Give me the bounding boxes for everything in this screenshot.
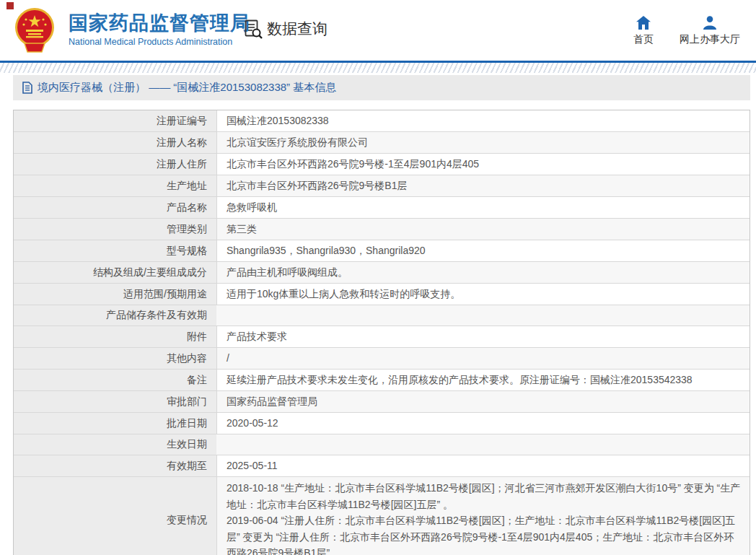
row-value — [216, 434, 750, 455]
row-value: 2018-10-18 “生产地址：北京市丰台区科学城11B2号楼[园区]；河北省… — [216, 477, 750, 555]
table-row: 变更情况2018-10-18 “生产地址：北京市丰台区科学城11B2号楼[园区]… — [14, 477, 750, 555]
row-value: 北京市丰台区外环西路26号院9号楼-1至4层901内4层405 — [216, 154, 750, 175]
row-label: 产品储存条件及有效期 — [14, 305, 216, 325]
breadcrumb: 境内医疗器械（注册） —— “国械注准20153082338” 基本信息 — [13, 75, 750, 100]
row-label: 注册人住所 — [14, 154, 216, 175]
row-label: 审批部门 — [14, 391, 216, 412]
row-value: 2025-05-11 — [216, 455, 750, 476]
row-label: 型号规格 — [14, 240, 216, 261]
table-row: 产品储存条件及有效期 — [14, 305, 750, 326]
table-row: 型号规格Shangrila935，Shangrila930，Shangrila9… — [14, 240, 750, 262]
row-label: 结构及组成/主要组成成分 — [14, 262, 216, 283]
row-value: 产品技术要求 — [216, 326, 750, 347]
row-label: 生产地址 — [14, 175, 216, 196]
national-emblem-logo — [12, 6, 58, 54]
table-row: 批准日期2020-05-12 — [14, 413, 750, 434]
table-row: 适用范围/预期用途适用于10kg体重以上病人急救和转运时的呼吸支持。 — [14, 284, 750, 305]
table-row: 生产地址北京市丰台区外环西路26号院9号楼B1层 — [14, 175, 750, 197]
breadcrumb-text: 境内医疗器械（注册） —— “国械注准20153082338” 基本信息 — [38, 81, 336, 95]
row-label: 其他内容 — [14, 348, 216, 369]
nav-home[interactable]: 首页 — [633, 16, 654, 46]
nav-service-hall[interactable]: 网上办事大厅 — [680, 16, 740, 46]
row-label: 注册证编号 — [14, 110, 216, 131]
table-row: 注册人名称北京谊安医疗系统股份有限公司 — [14, 132, 750, 154]
site-title-block: 国家药品监督管理局 National Medical Products Admi… — [69, 12, 250, 47]
nav-home-label: 首页 — [633, 33, 654, 46]
row-value: 第三类 — [216, 219, 750, 240]
table-row: 注册人住所北京市丰台区外环西路26号院9号楼-1至4层901内4层405 — [14, 154, 750, 175]
row-label: 备注 — [14, 370, 216, 390]
row-label: 生效日期 — [14, 434, 216, 455]
row-value: 国械注准20153082338 — [216, 110, 750, 131]
row-value: 北京谊安医疗系统股份有限公司 — [216, 132, 750, 153]
home-icon — [636, 16, 651, 30]
row-label: 管理类别 — [14, 219, 216, 240]
table-row: 审批部门国家药品监督管理局 — [14, 391, 750, 413]
row-label: 适用范围/预期用途 — [14, 284, 216, 305]
change-record: 2018-10-18 “生产地址：北京市丰台区科学城11B2号楼[园区]；河北省… — [227, 480, 742, 512]
main-content: 境内医疗器械（注册） —— “国械注准20153082338” 基本信息 注册证… — [0, 73, 756, 555]
site-header: 国家药品监督管理局 National Medical Products Admi… — [0, 0, 756, 61]
row-label: 批准日期 — [14, 413, 216, 434]
table-row: 注册证编号国械注准20153082338 — [14, 110, 750, 132]
row-label: 注册人名称 — [14, 132, 216, 153]
row-value: 国家药品监督管理局 — [216, 391, 750, 412]
row-label: 有效期至 — [14, 455, 216, 476]
row-label: 附件 — [14, 326, 216, 347]
table-row: 有效期至2025-05-11 — [14, 455, 750, 477]
hatched-band — [0, 63, 756, 73]
user-icon — [703, 16, 717, 30]
data-query-label: 数据查询 — [267, 19, 328, 39]
table-row: 管理类别第三类 — [14, 219, 750, 240]
row-label: 变更情况 — [14, 477, 216, 555]
row-value: 2020-05-12 — [216, 413, 750, 434]
table-row: 产品名称急救呼吸机 — [14, 197, 750, 219]
nav-service-hall-label: 网上办事大厅 — [680, 33, 740, 46]
change-record: 2019-06-04 “注册人住所：北京市丰台区科学城11B2号楼[园区]；生产… — [227, 512, 742, 555]
row-value: Shangrila935，Shangrila930，Shangrila920 — [216, 240, 750, 261]
table-row: 备注延续注册产品技术要求未发生变化，沿用原核发的产品技术要求。原注册证编号：国械… — [14, 370, 750, 391]
row-value: 延续注册产品技术要求未发生变化，沿用原核发的产品技术要求。原注册证编号：国械注准… — [216, 370, 750, 390]
row-value: 产品由主机和呼吸阀组成。 — [216, 262, 750, 283]
row-value: 急救呼吸机 — [216, 197, 750, 218]
document-search-icon — [243, 19, 263, 39]
table-row: 附件产品技术要求 — [14, 326, 750, 348]
row-value: 北京市丰台区外环西路26号院9号楼B1层 — [216, 175, 750, 196]
row-value: 适用于10kg体重以上病人急救和转运时的呼吸支持。 — [216, 284, 750, 305]
document-icon — [22, 82, 32, 94]
site-title-en: National Medical Products Administration — [69, 37, 250, 47]
header-nav: 首页 网上办事大厅 — [633, 16, 740, 46]
row-label: 产品名称 — [14, 197, 216, 218]
data-query-section: 数据查询 — [243, 19, 328, 39]
info-table: 注册证编号国械注准20153082338注册人名称北京谊安医疗系统股份有限公司注… — [13, 110, 750, 555]
table-row: 生效日期 — [14, 434, 750, 455]
row-value — [216, 305, 750, 325]
row-value: / — [216, 348, 750, 369]
table-row: 结构及组成/主要组成成分产品由主机和呼吸阀组成。 — [14, 262, 750, 284]
table-row: 其他内容/ — [14, 348, 750, 370]
site-title-cn: 国家药品监督管理局 — [69, 12, 250, 35]
